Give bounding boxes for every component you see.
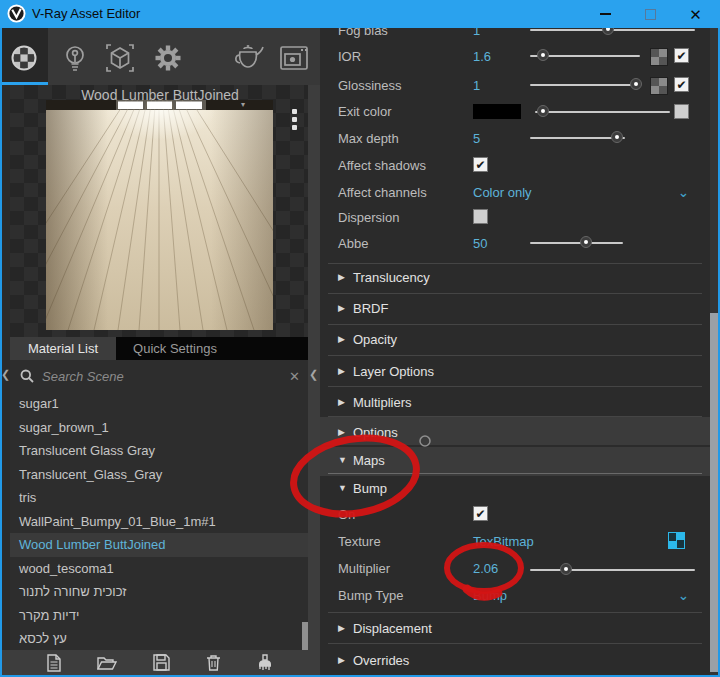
minimize-button[interactable] bbox=[583, 0, 628, 28]
property-row-bump-type[interactable]: Bump Type Bump bbox=[320, 582, 710, 608]
fog-slider[interactable] bbox=[530, 29, 695, 31]
bump-texture-value[interactable]: TexBitmap bbox=[473, 534, 534, 549]
panel-divider[interactable] bbox=[308, 85, 320, 677]
lights-button[interactable] bbox=[55, 40, 95, 76]
ior-checkbox[interactable]: ✔ bbox=[674, 48, 689, 63]
search-clear-icon[interactable]: ✕ bbox=[289, 369, 300, 384]
frame-buffer-button[interactable] bbox=[274, 40, 314, 76]
new-material-button[interactable] bbox=[46, 654, 62, 672]
exit-color-checkbox[interactable] bbox=[674, 104, 689, 119]
ior-value[interactable]: 1.6 bbox=[473, 49, 491, 64]
affect-shadows-label: Affect shadows bbox=[338, 158, 426, 173]
list-item[interactable]: Translucent Glass Gray bbox=[10, 439, 310, 463]
main-toolbar: ▾ bbox=[0, 28, 320, 85]
fog-value[interactable]: 1 bbox=[473, 28, 480, 38]
section-displacement[interactable]: ▶ Displacement bbox=[320, 615, 710, 641]
maximize-button[interactable] bbox=[628, 0, 673, 28]
abbe-value[interactable]: 50 bbox=[473, 236, 487, 251]
titlebar[interactable]: V-Ray Asset Editor ✕ bbox=[0, 0, 720, 28]
bump-texture-slot-icon[interactable] bbox=[668, 532, 685, 549]
exit-color-slider-knob[interactable] bbox=[537, 105, 549, 117]
material-list-toolbar bbox=[0, 650, 320, 675]
check-icon: ✔ bbox=[676, 50, 686, 62]
collapsed-arrow-icon: ▶ bbox=[338, 427, 345, 437]
list-item[interactable]: sugar_brown_1 bbox=[10, 416, 310, 440]
tab-quick-settings[interactable]: Quick Settings bbox=[116, 337, 234, 360]
list-item[interactable]: ידיות מקרר bbox=[10, 604, 310, 628]
bump-on-checkbox[interactable]: ✔ bbox=[473, 506, 488, 521]
glossiness-slider-knob[interactable] bbox=[630, 78, 642, 90]
search-input[interactable] bbox=[40, 368, 289, 385]
max-depth-value[interactable]: 5 bbox=[473, 131, 480, 146]
list-item[interactable]: זכוכית שחורה לתנור bbox=[10, 580, 310, 604]
delete-material-button[interactable] bbox=[206, 654, 221, 671]
render-button[interactable] bbox=[228, 40, 268, 76]
purge-unused-button[interactable] bbox=[256, 654, 274, 671]
affect-channels-dropdown-icon[interactable]: ⌄ bbox=[678, 185, 689, 200]
section-options[interactable]: ▶ Options bbox=[320, 419, 710, 445]
tab-material-list[interactable]: Material List bbox=[10, 337, 116, 360]
section-label: Layer Options bbox=[353, 364, 434, 379]
close-button[interactable]: ✕ bbox=[673, 0, 718, 28]
max-depth-slider[interactable] bbox=[530, 137, 625, 139]
glossiness-checkbox[interactable]: ✔ bbox=[674, 77, 689, 92]
affect-shadows-checkbox[interactable]: ✔ bbox=[473, 157, 488, 172]
section-opacity[interactable]: ▶ Opacity bbox=[320, 326, 710, 352]
list-item[interactable]: sugar1 bbox=[10, 392, 310, 416]
affect-channels-value[interactable]: Color only bbox=[473, 185, 532, 200]
abbe-slider-knob[interactable] bbox=[580, 236, 592, 248]
collapse-left-panel-icon[interactable]: ❮ bbox=[309, 368, 319, 381]
glossiness-value[interactable]: 1 bbox=[473, 78, 480, 93]
ior-map-slot-icon[interactable] bbox=[650, 48, 668, 66]
open-file-button[interactable] bbox=[97, 655, 117, 671]
list-item-selected[interactable]: Wood Lumber ButtJoined bbox=[10, 533, 310, 557]
subsection-bump[interactable]: ▼ Bump bbox=[320, 475, 710, 501]
glossiness-map-slot-icon[interactable] bbox=[650, 77, 668, 95]
properties-scrollbar-thumb[interactable] bbox=[710, 313, 718, 672]
abbe-slider[interactable] bbox=[530, 242, 623, 244]
vray-logo-icon bbox=[7, 4, 26, 23]
bump-type-dropdown-icon[interactable]: ⌄ bbox=[678, 588, 689, 603]
section-translucency[interactable]: ▶ Translucency bbox=[320, 264, 710, 290]
render-dropdown-caret-icon[interactable]: ▾ bbox=[241, 100, 245, 109]
check-icon: ✔ bbox=[676, 79, 686, 91]
list-item[interactable]: tris bbox=[10, 486, 310, 510]
settings-button[interactable] bbox=[148, 40, 188, 76]
collapsed-arrow-icon: ▶ bbox=[338, 272, 345, 282]
property-row-dispersion: Dispersion bbox=[320, 204, 710, 230]
window-title: V-Ray Asset Editor bbox=[32, 0, 140, 28]
geometry-button[interactable] bbox=[100, 40, 140, 76]
ior-slider[interactable] bbox=[530, 55, 640, 57]
search-bar: ✕ bbox=[10, 360, 310, 393]
list-item[interactable]: wood_tescoma1 bbox=[10, 557, 310, 581]
section-brdf[interactable]: ▶ BRDF bbox=[320, 295, 710, 321]
list-item[interactable]: WallPaint_Bumpy_01_Blue_1m#1 bbox=[10, 510, 310, 534]
preview-options-kebab-icon[interactable] bbox=[287, 109, 301, 130]
exit-color-slider[interactable] bbox=[535, 111, 670, 113]
section-maps[interactable]: ▼ Maps bbox=[320, 447, 710, 473]
collapse-window-edge-icon[interactable]: ❮ bbox=[1, 368, 10, 381]
dispersion-checkbox[interactable] bbox=[473, 209, 488, 224]
minimize-icon bbox=[600, 13, 611, 15]
property-row-affect-channels[interactable]: Affect channels Color only bbox=[320, 179, 710, 205]
section-layer-options[interactable]: ▶ Layer Options bbox=[320, 358, 710, 384]
section-multipliers[interactable]: ▶ Multipliers bbox=[320, 389, 710, 415]
collapsed-arrow-icon: ▶ bbox=[338, 397, 345, 407]
section-label: Multipliers bbox=[353, 395, 412, 410]
exit-color-swatch[interactable] bbox=[473, 104, 521, 119]
teapot-icon bbox=[230, 43, 266, 73]
bump-multiplier-label: Multiplier bbox=[338, 561, 390, 576]
bump-multiplier-slider[interactable] bbox=[530, 569, 695, 571]
list-item[interactable]: עץ לכסא bbox=[10, 627, 310, 650]
property-row-abbe: Abbe 50 bbox=[320, 230, 710, 256]
bump-multiplier-value[interactable]: 2.06 bbox=[473, 561, 498, 576]
save-file-button[interactable] bbox=[153, 654, 170, 671]
section-overrides[interactable]: ▶ Overrides bbox=[320, 647, 710, 673]
list-item[interactable]: Translucent_Glass_Gray bbox=[10, 463, 310, 487]
bump-type-value[interactable]: Bump bbox=[473, 588, 507, 603]
fog-label: Fog bias bbox=[338, 28, 388, 38]
properties-panel: Fog bias 1 IOR 1.6 ✔ Glossiness 1 ✔ Exit… bbox=[320, 28, 710, 677]
glossiness-slider[interactable] bbox=[530, 84, 640, 86]
materials-button[interactable] bbox=[4, 40, 44, 76]
material-preview-image[interactable] bbox=[46, 100, 273, 330]
